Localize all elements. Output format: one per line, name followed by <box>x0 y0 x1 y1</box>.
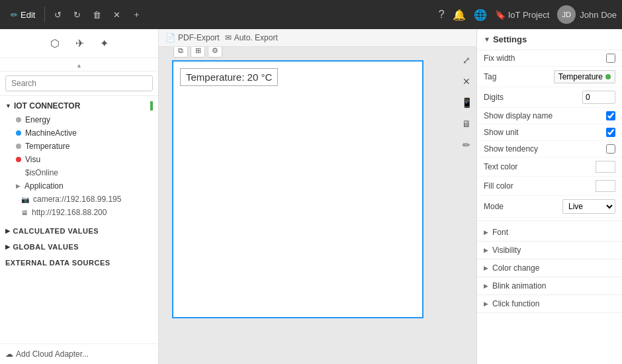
tag-label: Tag <box>484 72 550 81</box>
user-info[interactable]: JD John Doe <box>557 5 617 24</box>
camera-label: camera://192.168.99.195 <box>33 195 121 204</box>
project-info[interactable]: 🔖 IoT Project <box>495 10 550 20</box>
visibility-section[interactable]: ▶ Visibility <box>477 242 622 259</box>
font-section[interactable]: ▶ Font <box>477 224 622 242</box>
color-change-section[interactable]: ▶ Color change <box>477 259 622 277</box>
tree-item-camera[interactable]: 📷 camera://192.168.99.195 <box>0 193 158 206</box>
tag-input[interactable]: Temperature <box>554 70 615 83</box>
move-tool-btn[interactable]: ⤢ <box>459 52 474 68</box>
energy-label: Energy <box>25 115 50 124</box>
digits-input[interactable] <box>582 91 615 104</box>
font-label: Font <box>492 228 508 237</box>
camera-icon: 📷 <box>21 196 29 203</box>
auto-icon: ✉ <box>225 33 232 42</box>
tree-item-application[interactable]: ▶ Application <box>0 179 158 193</box>
iot-connector-section[interactable]: ▼ IOT CONNECTOR <box>0 99 158 113</box>
delete-button[interactable]: 🗑 <box>87 7 107 23</box>
calculated-values-section[interactable]: ▶ CALCULATED VALUES <box>0 223 158 239</box>
help-icon[interactable]: ? <box>439 9 445 21</box>
tree-item-energy[interactable]: Energy <box>0 113 158 126</box>
left-sidebar: ⬡ ✈ ✦ ▲ ▼ IOT CONNECTOR Energy MachineA <box>0 29 159 364</box>
widget-settings-btn[interactable]: ⚙ <box>208 47 222 58</box>
section-divider-1 <box>477 220 622 221</box>
tree-item-isonline[interactable]: $isOnline <box>0 166 158 179</box>
fix-width-checkbox[interactable] <box>606 54 615 63</box>
add-button[interactable]: ＋ <box>127 5 146 24</box>
main-area: ⬡ ✈ ✦ ▲ ▼ IOT CONNECTOR Energy MachineA <box>0 29 622 364</box>
fill-color-picker[interactable] <box>596 180 615 192</box>
blink-animation-label: Blink animation <box>492 281 546 291</box>
show-tendency-checkbox[interactable] <box>606 144 615 154</box>
tag-row: Tag Temperature <box>477 67 622 87</box>
digits-label: Digits <box>484 93 578 102</box>
edit-tool-btn[interactable]: ✏ <box>459 137 474 153</box>
widget-duplicate-btn[interactable]: ⊞ <box>191 47 205 58</box>
click-function-label: Click function <box>492 299 539 308</box>
show-unit-checkbox[interactable] <box>606 128 615 137</box>
sidebar-collapse[interactable]: ▲ <box>0 58 158 71</box>
search-input[interactable] <box>5 75 153 91</box>
visu-label: Visu <box>25 155 40 164</box>
undo-icon: ↺ <box>54 10 62 20</box>
mode-row: Mode Live Historical <box>477 196 622 218</box>
widget-box[interactable]: ⧉ ⊞ ⚙ Temperature: 20 °C <box>172 60 423 318</box>
auto-export-btn[interactable]: ✉ Auto. Export <box>225 33 278 42</box>
visibility-arrow-icon: ▶ <box>484 247 488 253</box>
globe-icon[interactable]: 🌐 <box>474 9 487 21</box>
global-values-section[interactable]: ▶ GLOBAL VALUES <box>0 239 158 255</box>
global-values-label: GLOBAL VALUES <box>13 243 79 251</box>
divider-1 <box>44 7 45 23</box>
phone-tool-btn[interactable]: 📱 <box>459 95 474 111</box>
visu-dot-icon <box>16 157 21 162</box>
tree-item-http[interactable]: 🖥 http://192.168.88.200 <box>0 206 158 219</box>
plus-icon: ＋ <box>132 9 141 21</box>
nav-icon-btn[interactable]: ✈ <box>73 34 87 52</box>
mode-label: Mode <box>484 202 558 211</box>
bookmark-icon: 🔖 <box>495 10 506 20</box>
status-indicator <box>150 101 153 111</box>
cloud-upload-icon: ☁ <box>5 349 13 359</box>
mode-select[interactable]: Live Historical <box>562 199 615 214</box>
energy-dot-icon <box>16 117 21 122</box>
text-color-picker[interactable] <box>596 161 615 173</box>
settings-panel: ▼ Settings Fix width Tag Temperature Dig… <box>476 29 622 364</box>
add-cloud-button[interactable]: ☁ Add Cloud Adapter... <box>5 349 89 359</box>
external-data-section[interactable]: EXTERNAL DATA SOURCES <box>0 255 158 271</box>
http-label: http://192.168.88.200 <box>32 208 107 217</box>
fill-color-row: Fill color <box>477 177 622 196</box>
global-arrow-icon: ▶ <box>5 244 11 250</box>
pdf-export-btn[interactable]: 📄 PDF-Export <box>165 33 220 42</box>
auto-export-label: Auto. Export <box>234 33 278 42</box>
canvas-content[interactable]: ⧉ ⊞ ⚙ Temperature: 20 °C <box>159 47 457 364</box>
click-function-section[interactable]: ▶ Click function <box>477 295 622 313</box>
tag-value: Temperature <box>558 72 603 81</box>
close-tool-btn[interactable]: ✕ <box>459 73 474 89</box>
text-color-row: Text color <box>477 158 622 177</box>
text-color-label: Text color <box>484 162 592 171</box>
compass-icon-btn[interactable]: ✦ <box>97 34 111 52</box>
font-arrow-icon: ▶ <box>484 229 488 236</box>
user-name: John Doe <box>580 10 617 20</box>
blink-animation-section[interactable]: ▶ Blink animation <box>477 277 622 295</box>
fill-color-label: Fill color <box>484 181 592 191</box>
sidebar-bottom: ☁ Add Cloud Adapter... <box>0 343 158 364</box>
fix-width-label: Fix width <box>484 54 602 63</box>
visibility-label: Visibility <box>492 246 521 255</box>
tree-item-machineactive[interactable]: MachineActive <box>0 126 158 140</box>
undo-button[interactable]: ↺ <box>49 7 67 23</box>
tree-icon-btn[interactable]: ⬡ <box>48 34 62 52</box>
show-unit-label: Show unit <box>484 128 602 137</box>
show-display-name-label: Show display name <box>484 111 602 120</box>
show-display-name-checkbox[interactable] <box>606 111 615 120</box>
redo-button[interactable]: ↻ <box>68 7 86 23</box>
sidebar-icon-row: ⬡ ✈ ✦ <box>0 29 158 58</box>
redo-icon: ↻ <box>73 10 81 20</box>
tree-item-temperature[interactable]: Temperature <box>0 140 158 153</box>
main-toolbar: ✏ Edit ↺ ↻ 🗑 ✕ ＋ ? 🔔 🌐 🔖 IoT Project JD … <box>0 0 622 29</box>
bell-icon[interactable]: 🔔 <box>453 9 466 21</box>
tree-item-visu[interactable]: Visu <box>0 153 158 166</box>
close-button[interactable]: ✕ <box>108 7 126 23</box>
edit-button[interactable]: ✏ Edit <box>5 7 40 23</box>
monitor-tool-btn[interactable]: 🖥 <box>459 116 474 132</box>
widget-copy-btn[interactable]: ⧉ <box>173 47 188 58</box>
